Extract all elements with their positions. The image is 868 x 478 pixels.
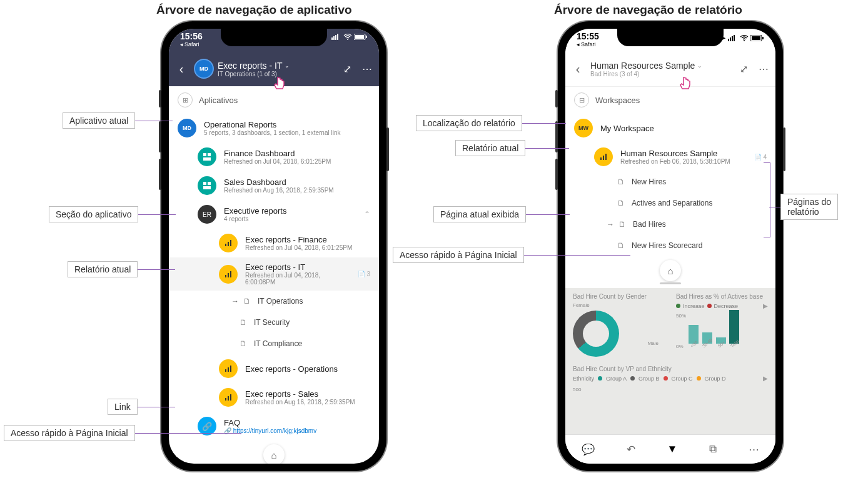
svg-rect-34 — [600, 157, 602, 160]
header-title-dropdown[interactable]: Exec reports - IT⌄ IT Operations (1 of 3… — [218, 61, 335, 77]
link-row[interactable]: 🔗 FAQ🔗 https://tinyurl.com/kjg;kjsdbmv — [169, 412, 379, 441]
report-page[interactable]: 🗋New Hires Scorecard — [565, 235, 775, 256]
workspaces-root[interactable]: ⊟ Workspaces — [565, 86, 775, 114]
back-to-safari[interactable]: ◂ Safari — [180, 41, 203, 47]
svg-rect-27 — [730, 37, 731, 41]
svg-rect-33 — [762, 37, 764, 39]
svg-rect-12 — [208, 182, 211, 185]
heading-app-tree: Árvore de navegação de aplicativo — [156, 3, 352, 17]
axis-label: 500 — [573, 387, 768, 392]
page-icon: 🗋 — [617, 241, 625, 250]
report-page[interactable]: 🗋IT Security — [169, 312, 379, 333]
svg-rect-9 — [208, 153, 211, 156]
page-icon: 🗋 — [243, 297, 251, 306]
svg-rect-14 — [225, 244, 226, 246]
svg-rect-26 — [728, 39, 729, 41]
svg-rect-6 — [355, 35, 364, 39]
report-page[interactable]: 🗋IT Compliance — [169, 333, 379, 354]
report-row-current[interactable]: Exec reports - ITRefreshed on Jul 04, 20… — [169, 257, 379, 291]
app-section-row[interactable]: ER Executive reports4 reports ⌃ — [169, 200, 379, 229]
report-row[interactable]: Exec reports - SalesRefreshed on Aug 16,… — [169, 383, 379, 412]
notch — [221, 29, 327, 46]
bottom-toolbar: 💬 ↶ ▼ ⧉ ⋯ — [565, 434, 775, 464]
arrow-right-icon: → — [607, 220, 614, 229]
home-icon: ⌂ — [271, 450, 276, 461]
svg-rect-24 — [228, 396, 229, 401]
svg-point-30 — [744, 40, 745, 41]
dashboard-icon — [198, 147, 216, 166]
page-icon: 🗋 — [617, 199, 625, 207]
heading-report-tree: Árvore de navegação de relatório — [554, 3, 742, 17]
report-page[interactable]: 🗋New Hires — [565, 171, 775, 192]
svg-rect-35 — [603, 156, 604, 160]
drag-handle[interactable] — [660, 282, 681, 284]
svg-rect-3 — [337, 34, 338, 40]
page-icon: 🗋 — [239, 318, 248, 327]
status-time: 15:56 — [180, 31, 203, 41]
chevron-down-icon: ⌄ — [285, 62, 290, 69]
header-title-dropdown[interactable]: Human Resources Sample⌄ Bad Hires (3 of … — [590, 61, 732, 77]
svg-rect-0 — [331, 37, 333, 40]
home-button[interactable]: ⌂ — [263, 444, 285, 464]
current-app-row[interactable]: MD Operational Reports 5 reports, 3 dash… — [169, 114, 379, 142]
callout-current-app: Aplicativo atual — [63, 112, 135, 129]
callout-current-page: Página atual exibida — [433, 206, 526, 222]
page-count-badge: 📄4 — [754, 154, 767, 161]
report-page-current[interactable]: →🗋Bad Hires — [565, 214, 775, 235]
phone-report-tree: 15:55 ◂ Safari ➤ ‹ Human Resources Sampl… — [558, 21, 783, 471]
svg-rect-10 — [203, 157, 211, 161]
home-button[interactable]: ⌂ — [660, 260, 681, 281]
report-row-current[interactable]: Human Resources SampleRefreshed on Feb 0… — [565, 142, 775, 171]
apps-root[interactable]: ⊞ Aplicativos — [169, 86, 379, 114]
svg-rect-13 — [203, 186, 211, 189]
nav-header: ‹ MD Exec reports - IT⌄ IT Operations (1… — [169, 51, 379, 86]
svg-rect-2 — [335, 35, 336, 40]
workspace-row[interactable]: MW My Workspace — [565, 114, 775, 142]
svg-rect-8 — [203, 153, 206, 156]
svg-rect-23 — [225, 398, 226, 401]
status-icons — [331, 31, 368, 40]
status-time: 15:55 — [577, 31, 599, 41]
back-button[interactable]: ‹ — [173, 62, 190, 76]
report-icon — [594, 147, 613, 166]
expand-icon[interactable]: ⤢ — [339, 63, 355, 75]
chevron-down-icon: ⌄ — [697, 62, 702, 69]
filter-icon[interactable]: ▼ — [667, 443, 678, 456]
back-button[interactable]: ‹ — [569, 62, 587, 76]
svg-rect-28 — [732, 36, 733, 41]
chart-title: Bad Hire Count by Gender — [573, 293, 665, 300]
report-icon — [219, 388, 238, 407]
report-page[interactable]: 🗋Actives and Separations — [565, 192, 775, 214]
dashboard-row[interactable]: Finance DashboardRefreshed on Jul 04, 20… — [169, 142, 379, 171]
report-icon — [219, 265, 238, 284]
svg-rect-17 — [225, 275, 226, 277]
comment-icon[interactable]: 💬 — [582, 443, 595, 456]
report-page-current[interactable]: →🗋IT Operations — [169, 291, 379, 312]
chart-title: Bad Hires as % of Actives base — [676, 293, 768, 300]
phone-app-tree: 15:56 ◂ Safari ‹ MD Exec reports - IT⌄ I… — [161, 21, 386, 471]
undo-icon[interactable]: ↶ — [627, 443, 635, 456]
callout-report-location: Localização do relatório — [416, 115, 522, 131]
svg-rect-29 — [734, 35, 735, 41]
chart-legend: Ethnicity Group A Group B Group C Group … — [573, 375, 768, 382]
status-icons: ➤ — [720, 31, 764, 42]
more-icon[interactable]: ⋯ — [749, 443, 759, 456]
workspace-avatar: MW — [574, 119, 593, 137]
home-icon: ⌂ — [667, 266, 673, 276]
svg-rect-16 — [230, 240, 231, 246]
back-to-safari[interactable]: ◂ Safari — [577, 41, 599, 47]
pages-icon[interactable]: ⧉ — [709, 443, 717, 456]
more-icon[interactable]: ⋯ — [359, 63, 375, 75]
report-icon — [219, 359, 238, 378]
link-icon: 🔗 — [198, 417, 216, 436]
expand-icon[interactable]: ⤢ — [735, 63, 752, 75]
callout-current-report: Relatório atual — [68, 261, 138, 277]
section-avatar: ER — [198, 205, 216, 224]
svg-rect-22 — [230, 366, 231, 372]
report-row[interactable]: Exec reports - FinanceRefreshed on Jul 0… — [169, 229, 379, 257]
report-icon — [219, 234, 238, 252]
callout-app-section: Seção do aplicativo — [49, 206, 138, 222]
dashboard-row[interactable]: Sales DashboardRefreshed on Aug 16, 2018… — [169, 171, 379, 200]
more-icon[interactable]: ⋯ — [755, 63, 772, 75]
report-row[interactable]: Exec reports - Operations — [169, 354, 379, 383]
